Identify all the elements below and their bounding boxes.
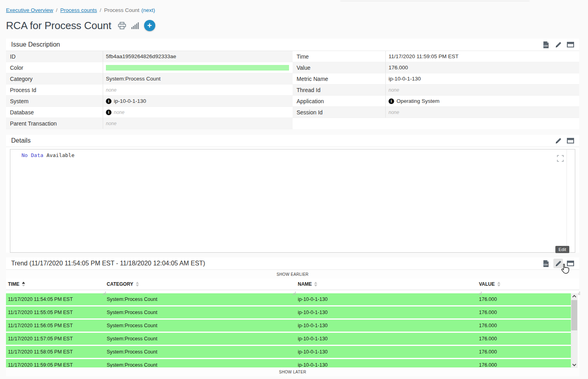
popout-window-icon[interactable] [566,40,575,49]
edit-icon[interactable] [553,40,563,49]
show-earlier-button[interactable]: SHOW EARLIER [6,270,579,279]
trend-table-row[interactable]: 11/17/2020 11:55:05 PM ESTSystem:Process… [6,306,571,318]
cell-value: 176.000 [479,349,571,355]
column-label: CATEGORY [107,281,133,287]
cell-value: 176.000 [479,362,571,367]
field-label: Time [293,53,385,60]
no-data-message: No Data Available [10,149,575,158]
field-row-color: Color [6,62,293,73]
trend-panel: Trend (11/17/2020 11:54:05 PM EST - 11/1… [6,257,579,376]
cell-category: System:Process Count [103,336,293,342]
scroll-up-button[interactable] [571,293,578,299]
message-keyword: No Data [21,152,43,158]
show-later-button[interactable]: SHOW LATER [6,367,579,376]
scrollbar-track[interactable] [571,299,577,362]
field-value: System:Process Count [103,73,293,84]
trend-table-row[interactable]: 11/17/2020 11:57:05 PM ESTSystem:Process… [6,333,571,345]
field-value: none [103,84,293,95]
column-header-name[interactable]: NAME [293,279,479,290]
next-link[interactable]: (next) [141,7,155,13]
editor-divider [567,149,567,252]
cell-name: ip-10-0-1-130 [293,336,479,342]
field-row-time: Time11/17/2020 11:59:05 PM EST [293,51,579,62]
info-icon[interactable]: i [389,98,394,104]
empty-value: none [389,110,399,115]
field-value: inone [103,107,293,118]
scrollbar-thumb[interactable] [571,300,577,330]
breadcrumb-separator: / [56,7,58,13]
cell-name: ip-10-0-1-130 [293,362,479,367]
page: Executive Overview/Process counts/Proces… [0,0,588,376]
field-label: System [6,98,103,104]
cell-value: 176.000 [479,323,571,328]
cell-value: 176.000 [479,297,571,302]
color-swatch [106,65,289,71]
empty-value: none [106,87,117,93]
column-resize-grip[interactable] [105,292,106,293]
edit-icon[interactable] [553,259,563,268]
details-editor[interactable]: No Data Available [10,149,575,253]
field-label: Color [6,65,103,71]
cell-time: 11/17/2020 11:57:05 PM EST [6,336,103,342]
vertical-scrollbar[interactable] [571,293,578,368]
field-value: none [103,118,293,129]
field-value: iOperating System [385,96,579,106]
trend-table-row[interactable]: 11/17/2020 11:59:05 PM ESTSystem:Process… [6,359,571,367]
column-header-category[interactable]: CATEGORY [103,279,293,290]
top-divider [340,1,529,1]
cell-category: System:Process Count [103,323,293,328]
sort-icon [22,282,25,287]
column-resize-grip[interactable] [579,292,580,293]
value-text: System:Process Count [106,76,160,82]
breadcrumb-link-process-counts[interactable]: Process counts [60,7,97,13]
column-resize-grip[interactable] [481,292,482,293]
column-label: TIME [8,281,20,287]
info-icon[interactable]: i [106,98,111,104]
add-button[interactable]: + [144,20,155,31]
scroll-down-button[interactable] [571,362,578,368]
column-resize-grip[interactable] [295,292,296,293]
sort-icon [136,282,139,287]
popout-window-icon[interactable] [566,136,575,145]
cell-time: 11/17/2020 11:59:05 PM EST [6,362,103,367]
cell-time: 11/17/2020 11:55:05 PM EST [6,310,103,315]
popout-window-icon[interactable] [566,259,575,268]
field-row-value: Value176.000 [293,62,579,73]
value-text: 5fb4aa1959264826d92333ae [106,53,176,59]
field-value: ip-10-0-1-130 [385,73,579,84]
edit-icon[interactable] [553,136,563,145]
value-text: 11/17/2020 11:59:05 PM EST [389,53,459,59]
column-header-time[interactable]: TIME [6,279,103,290]
fullscreen-icon[interactable] [557,155,564,163]
trend-table-row[interactable]: 11/17/2020 11:56:05 PM ESTSystem:Process… [6,320,571,332]
field-label: ID [6,53,103,60]
csv-export-icon[interactable]: CSV [541,259,551,268]
bar-chart-icon[interactable] [131,22,139,29]
field-row-system: Systemiip-10-0-1-130 [6,96,293,107]
value-text: 176.000 [389,65,408,71]
field-label: Parent Transaction [6,120,103,127]
details-header: Details [6,135,579,147]
cell-category: System:Process Count [103,297,293,302]
trend-table-row[interactable]: 11/17/2020 11:54:05 PM ESTSystem:Process… [6,293,571,305]
message-rest: Available [47,152,74,158]
empty-value: none [114,110,125,115]
print-icon[interactable] [118,22,126,29]
csv-export-icon[interactable]: CSV [541,40,551,49]
column-header-value[interactable]: VALUE [479,279,579,290]
cell-category: System:Process Count [103,310,293,315]
page-title: RCA for Process Count [6,20,111,32]
section-title: Trend (11/17/2020 11:54:05 PM EST - 11/1… [11,260,205,267]
field-value: none [385,107,579,118]
cell-name: ip-10-0-1-130 [293,349,479,355]
field-label: Application [293,98,385,104]
trend-table: TIMECATEGORYNAMEVALUE 11/17/2020 11:54:0… [6,279,579,367]
info-icon[interactable]: i [106,110,111,115]
trend-table-row[interactable]: 11/17/2020 11:58:05 PM ESTSystem:Process… [6,346,571,358]
cell-name: ip-10-0-1-130 [293,310,479,315]
field-label: Database [6,109,103,116]
breadcrumb-link-executive-overview[interactable]: Executive Overview [6,7,53,13]
issue-description-header: Issue Description CSV [6,39,579,51]
sort-icon [497,282,500,287]
field-row-metric-name: Metric Nameip-10-0-1-130 [293,73,579,84]
